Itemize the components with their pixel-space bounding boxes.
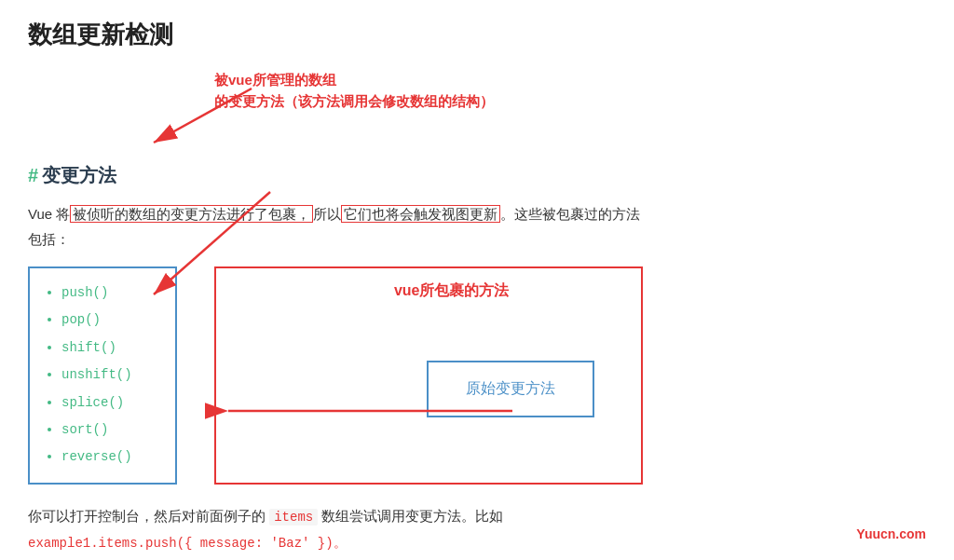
desc-text1: Vue 将 [28, 206, 70, 222]
annotation-area: 被vue所管理的数组 的变更方法（该方法调用会修改数组的结构） [28, 70, 926, 154]
list-item: shift() [61, 335, 153, 362]
list-item: splice() [61, 389, 153, 417]
diagram-wrapper: push() pop() shift() unshift() splice() … [28, 266, 926, 485]
watermark: Yuucn.com [856, 526, 926, 541]
list-item: push() [61, 280, 153, 307]
heading-hash: # [28, 165, 38, 186]
desc-highlight1: 被侦听的数组的变更方法进行了包裹， [70, 205, 313, 223]
page-title: 数组更新检测 [28, 19, 926, 51]
main-content-area: push() pop() shift() unshift() splice() … [28, 266, 926, 485]
vue-label: vue所包裹的方法 [394, 281, 510, 301]
list-item: reverse() [61, 444, 153, 471]
section-heading: # 变更方法 [28, 163, 926, 188]
bottom-text2: 数组尝试调用变更方法。比如 [318, 508, 503, 524]
desc-highlight2: 它们也将会触发视图更新 [341, 205, 500, 223]
method-list-box: push() pop() shift() unshift() splice() … [28, 266, 177, 485]
list-item: pop() [61, 307, 153, 334]
list-item: unshift() [61, 362, 153, 389]
desc-mid: 所以 [313, 206, 341, 222]
original-method-label: 原始变更方法 [466, 380, 555, 396]
vue-wrapper-box: vue所包裹的方法 原始变更方法 [214, 266, 643, 485]
original-method-box: 原始变更方法 [427, 361, 594, 417]
annotation-bubble: 被vue所管理的数组 的变更方法（该方法调用会修改数组的结构） [214, 70, 494, 112]
description-text: Vue 将被侦听的数组的变更方法进行了包裹，所以它们也将会触发视图更新。这些被包… [28, 201, 926, 252]
heading-text: 变更方法 [42, 163, 116, 188]
bottom-text: 你可以打开控制台，然后对前面例子的 items 数组尝试调用变更方法。比如 ex… [28, 503, 926, 555]
bottom-code-block: example1.items.push({ message: 'Baz' })。 [28, 536, 347, 551]
list-item: sort() [61, 417, 153, 444]
items-code: items [269, 509, 318, 526]
bottom-text1: 你可以打开控制台，然后对前面例子的 [28, 508, 269, 524]
